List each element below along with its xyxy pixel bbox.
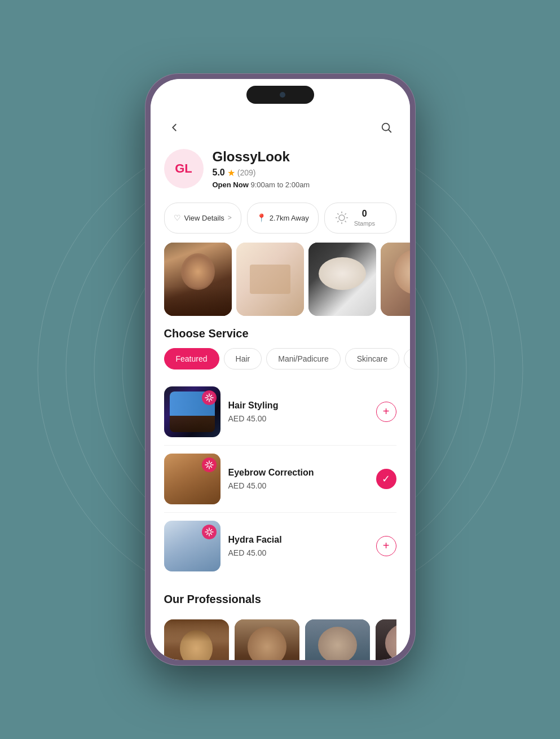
professional-item-3[interactable] — [305, 619, 370, 660]
rating-score: 5.0 — [213, 168, 225, 178]
service-image-hair-styling — [164, 386, 221, 437]
gallery — [151, 243, 410, 327]
gallery-item-3[interactable] — [308, 243, 376, 316]
review-count: (209) — [237, 168, 256, 177]
back-button[interactable] — [164, 117, 184, 138]
salon-name: GlossyLook — [213, 149, 396, 165]
service-name-eyebrow: Eyebrow Correction — [228, 468, 368, 478]
tab-more[interactable]: H — [404, 348, 409, 370]
service-badge-hair — [201, 390, 217, 406]
service-item-eyebrow: Eyebrow Correction AED 45.00 ✓ — [164, 446, 396, 513]
salon-rating: 5.0 ★ (209) — [213, 168, 396, 178]
action-buttons: ♡ View Details > 📍 2.7km Away 0 — [151, 198, 410, 243]
salon-hours: Open Now 9:00am to 2:00am — [213, 181, 396, 189]
chevron-right-icon: > — [228, 214, 232, 222]
tab-hair[interactable]: Hair — [224, 348, 262, 370]
svg-point-10 — [339, 215, 345, 221]
gallery-item-4[interactable] — [381, 243, 410, 316]
service-image-eyebrow — [164, 454, 221, 504]
stamps-label: Stamps — [354, 220, 375, 227]
phone-device: GL GlossyLook 5.0 ★ (209) Open Now 9:00a… — [145, 73, 416, 666]
service-image-facial — [164, 521, 221, 571]
heart-icon: ♡ — [174, 213, 181, 222]
service-price-facial: AED 45.00 — [228, 548, 368, 557]
service-badge-eyebrow — [201, 457, 217, 473]
service-info-hair-styling: Hair Styling AED 45.00 — [228, 401, 368, 423]
svg-point-13 — [202, 525, 217, 539]
open-now-label: Open Now — [213, 181, 249, 189]
svg-point-12 — [202, 458, 217, 472]
professional-item-1[interactable] — [164, 619, 229, 660]
service-price-hair-styling: AED 45.00 — [228, 414, 368, 423]
stamps-gear-icon — [334, 210, 350, 226]
svg-line-9 — [389, 130, 391, 132]
service-item-hair-styling: Hair Styling AED 45.00 + — [164, 379, 396, 446]
search-button[interactable] — [376, 117, 396, 138]
dynamic-island — [246, 86, 314, 104]
service-item-facial: Hydra Facial AED 45.00 + — [164, 513, 396, 579]
view-details-button[interactable]: ♡ View Details > — [164, 203, 241, 234]
service-tabs: Featured Hair Mani/Padicure Skincare H — [151, 348, 410, 379]
add-hair-styling-button[interactable]: + — [376, 402, 396, 422]
gallery-item-2[interactable] — [236, 243, 304, 316]
service-info-eyebrow: Eyebrow Correction AED 45.00 — [228, 468, 368, 490]
gallery-item-1[interactable] — [164, 243, 232, 316]
service-price-eyebrow: AED 45.00 — [228, 481, 368, 490]
tab-featured[interactable]: Featured — [164, 348, 219, 370]
top-nav — [151, 113, 410, 144]
stamps-button[interactable]: 0 Stamps — [324, 203, 396, 234]
professionals-title: Our Professionals — [164, 588, 396, 614]
star-icon: ★ — [227, 168, 235, 178]
service-name-facial: Hydra Facial — [228, 535, 368, 545]
svg-point-11 — [202, 390, 217, 405]
phone-screen: GL GlossyLook 5.0 ★ (209) Open Now 9:00a… — [151, 79, 410, 660]
selected-eyebrow-button[interactable]: ✓ — [376, 469, 396, 489]
distance-label: 2.7km Away — [270, 214, 309, 222]
screen-content: GL GlossyLook 5.0 ★ (209) Open Now 9:00a… — [151, 79, 410, 660]
professionals-gallery — [164, 614, 396, 660]
professionals-section: Our Professionals — [151, 579, 410, 660]
service-name-hair-styling: Hair Styling — [228, 401, 368, 411]
service-info-facial: Hydra Facial AED 45.00 — [228, 535, 368, 557]
distance-button[interactable]: 📍 2.7km Away — [247, 203, 319, 234]
add-facial-button[interactable]: + — [376, 536, 396, 556]
choose-service-title: Choose Service — [151, 327, 410, 348]
salon-info: GlossyLook 5.0 ★ (209) Open Now 9:00am t… — [213, 149, 396, 189]
salon-header: GL GlossyLook 5.0 ★ (209) Open Now 9:00a… — [151, 144, 410, 198]
stamps-info: 0 Stamps — [354, 209, 375, 227]
professional-item-4[interactable] — [376, 619, 396, 660]
hours-value: 9:00am to 2:00am — [250, 181, 310, 189]
view-details-label: View Details — [184, 214, 224, 222]
svg-point-8 — [382, 124, 389, 131]
tab-mani[interactable]: Mani/Padicure — [266, 348, 341, 370]
salon-logo: GL — [164, 149, 204, 188]
tab-skincare[interactable]: Skincare — [345, 348, 399, 370]
location-pin-icon: 📍 — [257, 213, 266, 222]
service-list: Hair Styling AED 45.00 + — [151, 379, 410, 579]
service-badge-facial — [201, 524, 217, 540]
professional-item-2[interactable] — [235, 619, 299, 660]
stamps-count: 0 — [362, 209, 367, 218]
